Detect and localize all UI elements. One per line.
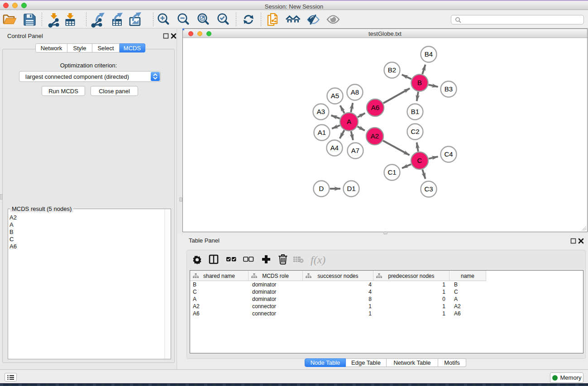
svg-text:A2: A2: [371, 132, 379, 140]
svg-text:A: A: [347, 118, 351, 125]
svg-text:A3: A3: [317, 108, 325, 115]
svg-text:C1: C1: [387, 168, 396, 176]
svg-text:D: D: [319, 185, 324, 192]
svg-text:C: C: [417, 157, 422, 164]
svg-text:B2: B2: [388, 66, 396, 74]
svg-text:A4: A4: [330, 144, 339, 152]
svg-text:A7: A7: [351, 147, 359, 154]
svg-text:C4: C4: [444, 150, 453, 158]
svg-text:B4: B4: [425, 50, 433, 58]
svg-text:A1: A1: [318, 129, 326, 136]
svg-text:C3: C3: [424, 185, 433, 193]
svg-text:A6: A6: [371, 104, 379, 111]
svg-text:f(x): f(x): [311, 254, 325, 266]
svg-text:B: B: [417, 79, 422, 86]
svg-text:A5: A5: [331, 92, 339, 100]
svg-text:C2: C2: [411, 128, 419, 135]
svg-text:D1: D1: [347, 185, 355, 192]
svg-text:B1: B1: [411, 108, 419, 115]
svg-text:B3: B3: [445, 85, 453, 93]
svg-text:A8: A8: [351, 88, 359, 96]
